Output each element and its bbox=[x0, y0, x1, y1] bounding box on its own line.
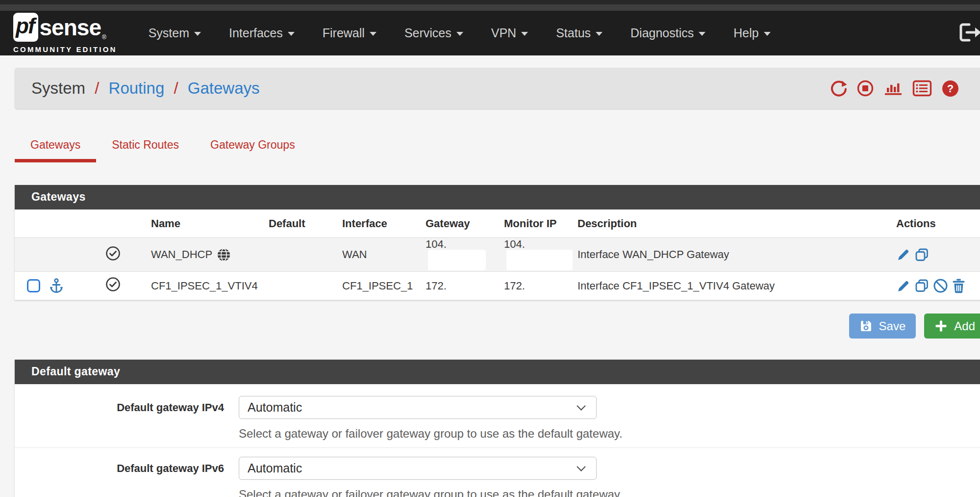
row-description-cell: Interface WAN_DHCP Gateway bbox=[574, 238, 892, 272]
action-buttons: Save Add bbox=[15, 314, 980, 339]
menu-services[interactable]: Services bbox=[404, 26, 463, 40]
edit-icon[interactable] bbox=[896, 279, 911, 293]
navbar: pf sense ® COMMUNITY EDITION System Inte… bbox=[0, 11, 980, 55]
menu-vpn-label: VPN bbox=[491, 26, 516, 40]
breadcrumb: System / Routing / Gateways bbox=[15, 68, 980, 109]
column-header-gateway: Gateway bbox=[422, 209, 500, 238]
globe-icon bbox=[217, 248, 231, 262]
breadcrumb-link-routing[interactable]: Routing bbox=[109, 79, 165, 97]
menu-vpn[interactable]: VPN bbox=[491, 26, 528, 40]
gateway-ip: 104. bbox=[426, 238, 447, 250]
menu-interfaces[interactable]: Interfaces bbox=[229, 26, 295, 40]
default-gateway-ipv6-help: Select a gateway or failover gateway gro… bbox=[239, 488, 980, 497]
row-select-cell bbox=[15, 238, 78, 272]
chevron-down-icon bbox=[699, 32, 705, 36]
trash-icon[interactable] bbox=[952, 278, 966, 293]
column-header-actions: Actions bbox=[892, 209, 980, 238]
row-checkbox[interactable] bbox=[27, 279, 40, 292]
row-interface-cell: CF1_IPSEC_1 bbox=[338, 272, 422, 300]
pfsense-logo[interactable]: pf sense ® COMMUNITY EDITION bbox=[13, 13, 117, 53]
menu-firewall-label: Firewall bbox=[323, 26, 365, 40]
row-default-cell bbox=[265, 238, 338, 272]
select-value: Automatic bbox=[248, 461, 578, 475]
redacted-ip-box bbox=[428, 250, 486, 270]
row-monitor-cell: 172. bbox=[500, 272, 574, 300]
form-row-ipv4: Default gateway IPv4 Automatic Select a … bbox=[15, 384, 980, 447]
default-gateway-ipv4-help: Select a gateway or failover gateway gro… bbox=[239, 427, 980, 441]
check-circle-icon bbox=[105, 277, 121, 292]
menu-interfaces-label: Interfaces bbox=[229, 26, 283, 40]
edit-icon[interactable] bbox=[896, 247, 911, 262]
gateways-panel: Gateways Name Default Interface Gateway … bbox=[15, 185, 980, 300]
ban-icon[interactable] bbox=[933, 278, 948, 293]
help-circle-icon[interactable]: ? bbox=[941, 79, 959, 98]
default-gateway-panel-title: Default gateway bbox=[15, 360, 980, 384]
row-monitor-cell: 104. bbox=[500, 238, 574, 272]
row-name-cell: WAN_DHCP bbox=[147, 238, 265, 272]
chevron-down-icon bbox=[764, 32, 771, 36]
default-gateway-panel: Default gateway Default gateway IPv4 Aut… bbox=[15, 360, 980, 497]
gateway-name: CF1_IPSEC_1_VTIV4 bbox=[151, 280, 258, 292]
row-interface-cell: WAN bbox=[338, 238, 422, 272]
window-top-strip bbox=[0, 0, 980, 4]
copy-icon[interactable] bbox=[914, 278, 930, 293]
chart-bar-icon[interactable] bbox=[883, 80, 903, 97]
check-circle-icon bbox=[105, 246, 121, 261]
menu-status[interactable]: Status bbox=[556, 26, 603, 40]
window-title-strip bbox=[0, 4, 980, 11]
menu-help[interactable]: Help bbox=[733, 26, 770, 40]
menu-diagnostics[interactable]: Diagnostics bbox=[630, 26, 705, 40]
logo-tagline: COMMUNITY EDITION bbox=[13, 45, 117, 53]
refresh-icon[interactable] bbox=[829, 79, 847, 97]
menu-help-label: Help bbox=[733, 26, 758, 40]
log-icon[interactable] bbox=[912, 80, 932, 97]
row-gateway-cell: 172. bbox=[422, 272, 500, 300]
sign-out-icon[interactable] bbox=[957, 22, 980, 45]
tab-gateways[interactable]: Gateways bbox=[15, 131, 96, 162]
column-header-empty bbox=[78, 209, 147, 238]
default-gateway-ipv4-label: Default gateway IPv4 bbox=[15, 401, 239, 414]
svg-text:?: ? bbox=[947, 82, 954, 95]
default-gateway-ipv4-select[interactable]: Automatic bbox=[239, 396, 597, 419]
gateway-ip: 172. bbox=[426, 280, 447, 292]
save-button-label: Save bbox=[879, 319, 906, 333]
row-status-cell bbox=[78, 238, 147, 272]
row-actions-cell bbox=[892, 238, 980, 272]
add-button[interactable]: Add bbox=[924, 314, 980, 339]
save-button[interactable]: Save bbox=[849, 314, 916, 339]
row-status-cell bbox=[78, 272, 147, 300]
menu-firewall[interactable]: Firewall bbox=[323, 26, 377, 40]
monitor-ip: 104. bbox=[504, 238, 525, 250]
column-header-monitor-ip: Monitor IP bbox=[500, 209, 574, 238]
chevron-down-icon bbox=[456, 32, 463, 36]
breadcrumb-section: System bbox=[31, 79, 85, 97]
menu-system[interactable]: System bbox=[149, 26, 201, 40]
chevron-down-icon bbox=[577, 462, 585, 471]
menu-status-label: Status bbox=[556, 26, 591, 40]
tab-gateway-groups[interactable]: Gateway Groups bbox=[195, 131, 311, 162]
copy-icon[interactable] bbox=[914, 247, 930, 262]
row-default-cell bbox=[265, 272, 338, 300]
breadcrumb-link-gateways[interactable]: Gateways bbox=[188, 79, 260, 97]
row-select-cell bbox=[15, 272, 78, 300]
chevron-down-icon bbox=[288, 32, 295, 36]
anchor-icon bbox=[49, 278, 64, 294]
tab-static-routes[interactable]: Static Routes bbox=[96, 131, 195, 162]
menu-diagnostics-label: Diagnostics bbox=[630, 26, 694, 40]
chevron-down-icon bbox=[577, 401, 585, 410]
plus-icon bbox=[934, 319, 948, 333]
main-menu: System Interfaces Firewall Services VPN … bbox=[149, 26, 771, 40]
chevron-down-icon bbox=[521, 32, 528, 36]
chevron-down-icon bbox=[194, 32, 201, 36]
select-value: Automatic bbox=[248, 400, 578, 415]
form-row-ipv6: Default gateway IPv6 Automatic Select a … bbox=[15, 447, 980, 497]
logo-registered-mark: ® bbox=[102, 34, 106, 41]
gateways-table: Name Default Interface Gateway Monitor I… bbox=[15, 209, 980, 300]
logo-sense: sense bbox=[40, 16, 101, 39]
default-gateway-ipv6-select[interactable]: Automatic bbox=[239, 457, 597, 480]
stop-icon[interactable] bbox=[856, 79, 874, 97]
logo-pf: pf bbox=[13, 13, 38, 42]
chevron-down-icon bbox=[370, 32, 377, 36]
row-description-cell: Interface CF1_IPSEC_1_VTIV4 Gateway bbox=[574, 272, 892, 300]
row-gateway-cell: 104. bbox=[422, 238, 500, 272]
